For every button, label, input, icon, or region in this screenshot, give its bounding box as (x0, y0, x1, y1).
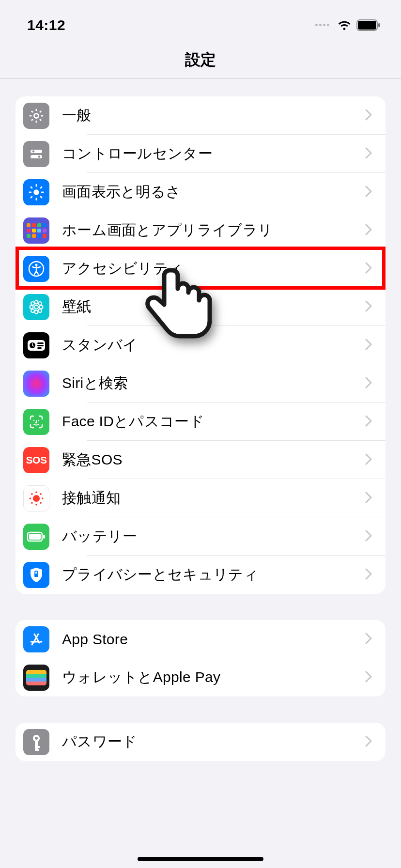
svg-rect-2 (378, 23, 380, 27)
row-wallet[interactable]: ウォレットとApple Pay (15, 658, 386, 697)
row-label: 画面表示と明るさ (62, 182, 365, 202)
row-label: スタンバイ (62, 335, 365, 355)
svg-point-33 (40, 493, 42, 495)
chevron-right-icon (365, 633, 372, 646)
row-general[interactable]: 一般 (15, 96, 386, 135)
chevron-right-icon (365, 147, 372, 161)
settings-content: 一般 コントロールセンター 画面表示と明るさ (0, 96, 401, 761)
chevron-right-icon (365, 735, 372, 749)
wallpaper-icon (23, 294, 49, 320)
svg-rect-39 (34, 574, 38, 577)
svg-point-14 (30, 305, 33, 309)
chevron-right-icon (365, 224, 372, 237)
row-accessibility[interactable]: アクセシビリティ (15, 249, 386, 288)
svg-point-15 (40, 305, 43, 309)
settings-group-store: App Store ウォレットとApple Pay (15, 620, 386, 697)
row-exposure[interactable]: 接触通知 (15, 479, 386, 517)
svg-point-19 (38, 309, 42, 312)
svg-point-26 (38, 419, 40, 421)
appstore-icon (23, 626, 49, 652)
svg-point-29 (35, 503, 37, 505)
svg-rect-37 (29, 534, 41, 540)
battery-icon (356, 19, 381, 31)
home-screen-icon (23, 217, 49, 244)
status-indicators (315, 19, 381, 31)
standby-icon (23, 332, 49, 358)
chevron-right-icon (365, 186, 372, 199)
cell-signal-dots (315, 24, 329, 26)
svg-point-11 (34, 305, 38, 309)
chevron-right-icon (365, 492, 372, 505)
row-label: ホーム画面とアプリライブラリ (62, 220, 365, 240)
navigation-bar: 設定 (0, 41, 401, 79)
row-label: 壁紙 (62, 297, 365, 317)
chevron-right-icon (365, 339, 372, 352)
row-passwords[interactable]: パスワード (15, 723, 386, 761)
row-home-screen[interactable]: ホーム画面とアプリライブラリ (15, 211, 386, 249)
svg-rect-44 (35, 749, 39, 751)
svg-point-8 (33, 189, 39, 195)
svg-point-34 (31, 502, 33, 504)
row-label: Face IDとパスコード (62, 412, 365, 432)
row-wallpaper[interactable]: 壁紙 (15, 288, 386, 326)
svg-point-41 (35, 737, 38, 740)
row-label: バッテリー (62, 527, 365, 546)
svg-point-32 (31, 493, 33, 495)
chevron-right-icon (365, 415, 372, 429)
row-control-center[interactable]: コントロールセンター (15, 135, 386, 173)
passwords-icon (23, 729, 49, 755)
row-label: プライバシーとセキュリティ (62, 565, 365, 585)
svg-point-35 (40, 502, 42, 504)
svg-rect-38 (43, 535, 45, 539)
brightness-icon (23, 179, 49, 205)
chevron-right-icon (365, 377, 372, 390)
chevron-right-icon (365, 300, 372, 314)
row-privacy[interactable]: プライバシーとセキュリティ (15, 556, 386, 594)
chevron-right-icon (365, 453, 372, 467)
row-label: ウォレットとApple Pay (62, 667, 365, 687)
svg-point-16 (31, 302, 34, 305)
row-display[interactable]: 画面表示と明るさ (15, 173, 386, 211)
chevron-right-icon (365, 109, 372, 123)
svg-point-30 (29, 497, 31, 499)
faceid-icon (23, 409, 49, 435)
settings-group-main: 一般 コントロールセンター 画面表示と明るさ (15, 96, 386, 594)
status-time: 14:12 (27, 17, 65, 33)
svg-rect-43 (35, 746, 40, 748)
accessibility-icon (23, 256, 49, 282)
svg-point-12 (35, 300, 38, 304)
row-sos[interactable]: SOS 緊急SOS (15, 441, 386, 479)
row-battery[interactable]: バッテリー (15, 517, 386, 556)
svg-rect-24 (37, 347, 42, 349)
chevron-right-icon (365, 530, 372, 543)
row-standby[interactable]: スタンバイ (15, 326, 386, 364)
svg-point-25 (33, 419, 35, 421)
row-faceid[interactable]: Face IDとパスコード (15, 403, 386, 441)
row-label: コントロールセンター (62, 144, 365, 164)
svg-rect-22 (37, 342, 44, 344)
battery-setting-icon (23, 524, 49, 550)
svg-point-18 (31, 309, 34, 312)
row-label: Siriと検索 (62, 373, 365, 393)
svg-point-27 (33, 495, 40, 501)
gear-icon (23, 103, 49, 129)
sos-icon: SOS (23, 447, 49, 473)
row-siri[interactable]: Siriと検索 (15, 364, 386, 403)
wifi-icon (337, 20, 352, 31)
svg-point-3 (34, 113, 38, 118)
home-indicator[interactable] (138, 857, 263, 861)
row-label: アクセシビリティ (62, 259, 365, 279)
status-bar: 14:12 (0, 0, 401, 41)
page-title: 設定 (185, 49, 216, 71)
row-label: パスワード (62, 732, 365, 752)
chevron-right-icon (365, 671, 372, 684)
svg-point-31 (42, 497, 44, 499)
svg-rect-6 (31, 155, 42, 158)
svg-rect-4 (31, 150, 42, 153)
privacy-icon (23, 562, 49, 588)
row-label: 一般 (62, 106, 365, 125)
wallet-icon (23, 665, 49, 691)
svg-rect-23 (37, 345, 44, 346)
row-appstore[interactable]: App Store (15, 620, 386, 658)
chevron-right-icon (365, 568, 372, 582)
